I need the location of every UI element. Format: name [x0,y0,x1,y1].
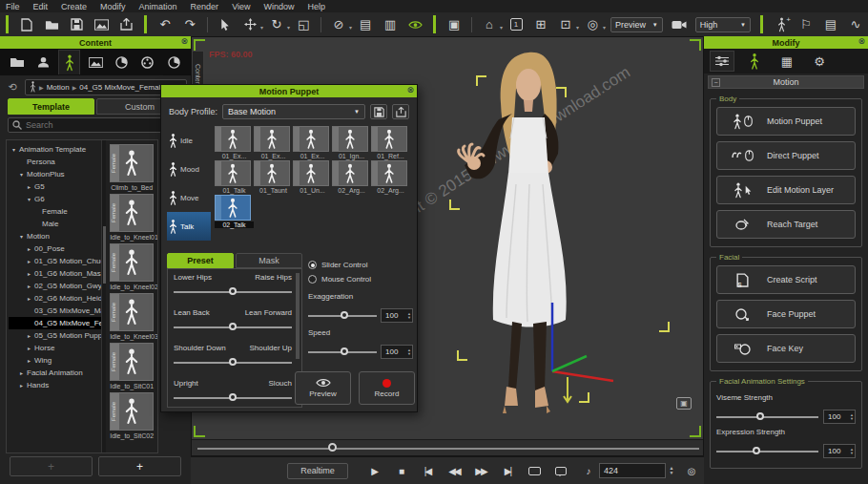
tree-item[interactable]: ▸Wing [9,354,101,367]
tree-expand-icon[interactable]: ▸ [18,369,25,376]
zoom-region-icon[interactable]: ⊡ [555,15,576,34]
layer-a-icon[interactable]: ▤ [355,15,376,34]
list-item[interactable]: FemaleIdle_to_Kneel02 [110,243,154,290]
grid-item[interactable]: 01_Ref... [371,126,410,159]
tree-item[interactable]: Female [9,205,101,218]
undo-icon[interactable]: ↶ [155,15,176,34]
menu-create[interactable]: Create [61,2,87,11]
apply-dim-button[interactable]: + [10,456,93,476]
time-mode-icon[interactable]: ◎ [679,462,702,479]
speed-value[interactable]: 100 ▲▼ [381,345,413,359]
direct-puppet-button[interactable]: Direct Puppet [716,141,856,170]
move-tool-icon[interactable] [239,15,260,34]
go-to-start-button[interactable]: |◀ [416,462,439,479]
spinner-icon[interactable]: ▲▼ [850,445,854,457]
export-profile-icon[interactable] [392,104,409,119]
grid-item-selected[interactable]: 02_Talk [215,195,254,228]
menu-animation[interactable]: Animation [139,2,177,11]
grid-item[interactable]: 01_Ex... [215,126,254,159]
viseme-strength-slider[interactable] [716,416,818,418]
content-tab-media-icon[interactable] [136,50,158,74]
fit-selected-icon[interactable]: 1 [506,15,527,34]
caption-button[interactable] [549,462,572,479]
tree-item[interactable]: ▸05_G5 Motion Puppet [9,329,101,342]
tree-expand-icon[interactable]: ▸ [26,258,32,264]
category-idle[interactable]: Idle [167,126,211,155]
tree-item-selected[interactable]: 04_G5 MixMove_Fe... [9,317,101,329]
scrubber-track[interactable] [197,448,699,450]
motion-section-header[interactable]: − Motion [708,75,864,89]
menu-render[interactable]: Render [191,2,219,11]
go-to-end-button[interactable]: ▶| [496,462,519,479]
grid-item[interactable]: 01_Taunt [254,160,293,194]
category-talk-selected[interactable]: Talk [167,212,211,241]
create-script-button[interactable]: S Create Script [716,265,856,294]
add-actor-icon[interactable]: + [771,15,792,34]
camcorder-icon[interactable] [669,15,690,34]
rotate-tool-caret[interactable]: ▾ [287,24,290,31]
tree-expand-icon[interactable]: ▸ [26,270,32,277]
scale-tool-icon[interactable]: ◱ [293,15,314,34]
export-icon[interactable] [115,15,136,34]
content-panel-close-icon[interactable]: ⊗ [180,36,188,46]
grid-item[interactable]: 01_Ign... [332,126,371,159]
content-tab-folder-icon[interactable] [6,50,28,74]
tree-expand-icon[interactable]: ▾ [10,146,17,153]
tree-expand-icon[interactable]: ▾ [18,171,25,178]
quality-select[interactable]: High ▼ [695,17,751,32]
tree-item[interactable]: ▸01_G6 Motion_Mas... [9,267,101,280]
record-button[interactable]: Record [359,371,415,405]
stop-button[interactable]: ■ [389,462,412,479]
tree-item[interactable]: ▾MotionPlus [9,168,101,180]
grid-item[interactable]: 01_Talk [215,160,254,194]
spinner-icon[interactable]: ▲▼ [407,346,411,358]
menu-modify[interactable]: Modify [100,2,126,11]
tab-mask[interactable]: Mask [236,253,302,268]
next-frame-button[interactable]: ▶▶ [469,462,492,479]
motion-puppet-button[interactable]: Motion Puppet [716,107,856,136]
tree-item[interactable]: Persona [9,156,101,168]
content-tab-actor-icon[interactable] [31,50,53,74]
save-project-icon[interactable] [66,15,87,34]
list-item[interactable]: FemaleIdle_to_SitC01 [110,343,154,389]
tree-expand-icon[interactable]: ▸ [26,283,32,289]
tree-item[interactable]: ▸01_G5 Motion_Chuck [9,255,101,267]
menu-edit[interactable]: Edit [33,2,49,11]
link-tool-caret[interactable]: ▾ [349,24,352,31]
tree-item[interactable]: 03_G5 MixMove_Male [9,305,101,317]
menu-window[interactable]: Window [263,2,294,11]
render-image-icon[interactable] [91,15,112,34]
frame-spinner[interactable]: ▲▼ [667,463,676,478]
breadcrumb-item[interactable]: 04_G5 MixMove_Female [79,83,164,92]
tree-item[interactable]: Male [9,218,101,230]
breadcrumb-root[interactable]: Motion [47,83,70,92]
tree-item[interactable]: ▾G6 [9,193,101,205]
slider-panel-scrollbar[interactable] [296,273,300,359]
curve-link-icon[interactable]: ∿ [845,15,866,34]
tree-expand-icon[interactable]: ▸ [26,295,32,302]
fit-all-icon[interactable]: ⊞ [530,15,551,34]
layer-b-icon[interactable]: ▥ [380,15,401,34]
home-view-caret[interactable]: ▾ [500,24,503,31]
move-tool-caret[interactable]: ▾ [260,24,263,31]
viseme-strength-value[interactable]: 100 ▲▼ [823,410,856,424]
tree-item[interactable]: ▸Hands [9,379,101,391]
slider-control-radio[interactable]: Slider Control [308,258,413,272]
tree-expand-icon[interactable]: ▾ [26,196,32,202]
visibility-eye-icon[interactable] [404,15,425,34]
face-key-button[interactable]: Face Key [716,334,856,363]
tree-item[interactable]: ▸G5 [9,180,101,193]
tree-item[interactable]: ▸00_Pose [9,242,101,255]
link-tool-icon[interactable]: ⊘ [328,15,349,34]
tree-expand-icon[interactable]: ▾ [18,233,25,240]
menu-help[interactable]: Help [308,2,326,11]
edit-motion-layer-button[interactable]: Edit Motion Layer [716,176,856,204]
tree-item[interactable]: ▾Animation Template [9,143,101,156]
tree-expand-icon[interactable]: ▸ [26,357,32,364]
play-button[interactable]: ▶ [362,462,385,479]
list-item[interactable]: FemaleIdle_to_SitC02 [110,392,154,439]
exaggeration-value[interactable]: 100 ▲▼ [381,308,413,323]
redo-icon[interactable]: ↷ [179,15,200,34]
face-puppet-button[interactable]: Face Puppet [716,300,856,328]
tree-expand-icon[interactable]: ▸ [26,345,32,351]
